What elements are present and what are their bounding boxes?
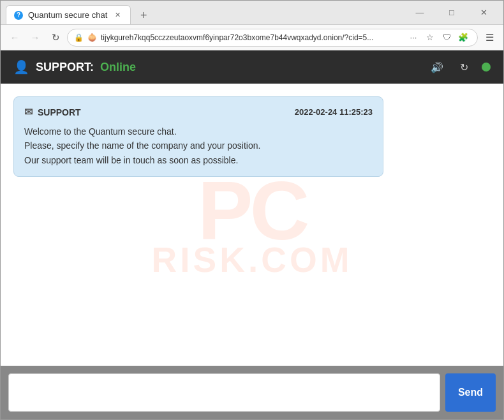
- title-bar: ? Quantum secure chat ✕ + — □ ✕: [1, 1, 503, 25]
- onion-icon: 🧅: [87, 33, 97, 42]
- url-text: tijykgureh7kqq5cczzeutaoxvmf6yinpar72o3b…: [101, 33, 402, 42]
- page-content: 👤 SUPPORT: Online 🔊 ↻ PC RISK.COM: [1, 50, 503, 419]
- window-controls: — □ ✕: [405, 3, 498, 22]
- chat-header-left: 👤 SUPPORT: Online: [13, 59, 136, 75]
- input-row: Send: [8, 373, 496, 412]
- bookmark-button[interactable]: ☆: [422, 30, 438, 45]
- tab-favicon: ?: [14, 11, 23, 20]
- maximize-button[interactable]: □: [437, 3, 466, 22]
- watermark-top: PC: [198, 169, 307, 252]
- message-bubble: ✉ SUPPORT 2022-02-24 11:25:23 Welcome to…: [13, 96, 383, 177]
- sender-name: SUPPORT: [38, 107, 81, 117]
- extensions-button[interactable]: 🧩: [456, 30, 471, 45]
- active-tab[interactable]: ? Quantum secure chat ✕: [6, 5, 131, 24]
- tab-close-button[interactable]: ✕: [112, 10, 122, 20]
- refresh-button[interactable]: ↻: [47, 29, 64, 47]
- url-bar[interactable]: 🔒 🧅 tijykgureh7kqq5cczzeutaoxvmf6yinpar7…: [67, 29, 478, 47]
- message-timestamp: 2022-02-24 11:25:23: [295, 107, 373, 117]
- input-area: Send: [1, 366, 503, 419]
- support-icon: 👤: [13, 59, 29, 75]
- message-line-2: Please, specify the name of the company …: [24, 139, 373, 153]
- chat-header: 👤 SUPPORT: Online 🔊 ↻: [1, 50, 503, 84]
- toolbar-right: ☰: [480, 29, 498, 47]
- tab-title: Quantum secure chat: [28, 10, 107, 20]
- more-button[interactable]: ···: [406, 30, 421, 45]
- tab-area: ? Quantum secure chat ✕ +: [6, 1, 400, 24]
- forward-button[interactable]: →: [26, 29, 44, 47]
- message-line-3: Our support team will be in touch as soo…: [24, 153, 373, 167]
- message-input[interactable]: [8, 373, 440, 412]
- shield-button[interactable]: 🛡: [439, 30, 454, 45]
- chat-area: PC RISK.COM ✉ SUPPORT 2022-02-24 11:25:2…: [1, 84, 503, 366]
- message-header: ✉ SUPPORT 2022-02-24 11:25:23: [24, 106, 373, 118]
- url-actions: ··· ☆ 🛡 🧩: [406, 30, 471, 45]
- sender-icon: ✉: [24, 106, 33, 118]
- refresh-icon: ↻: [460, 61, 468, 73]
- new-tab-button[interactable]: +: [135, 6, 152, 24]
- close-button[interactable]: ✕: [469, 3, 498, 22]
- sound-button[interactable]: 🔊: [428, 58, 446, 76]
- message-line-1: Welcome to the Quantum secure chat.: [24, 124, 373, 139]
- send-button[interactable]: Send: [445, 373, 496, 412]
- address-bar: ← → ↻ 🔒 🧅 tijykgureh7kqq5cczzeutaoxvmf6y…: [1, 25, 503, 50]
- minimize-button[interactable]: —: [405, 3, 434, 22]
- menu-button[interactable]: ☰: [480, 29, 498, 47]
- back-button[interactable]: ←: [6, 29, 24, 47]
- sound-icon: 🔊: [431, 61, 443, 73]
- watermark-bottom: RISK.COM: [152, 239, 353, 280]
- message-sender: ✉ SUPPORT: [24, 106, 81, 118]
- chat-refresh-button[interactable]: ↻: [455, 58, 473, 76]
- chat-header-right: 🔊 ↻: [428, 58, 491, 76]
- lock-icon: 🔒: [74, 33, 84, 42]
- watermark: PC RISK.COM: [152, 169, 353, 280]
- status-dot: [482, 63, 491, 71]
- support-label: SUPPORT:: [36, 61, 94, 74]
- message-body: Welcome to the Quantum secure chat. Plea…: [24, 124, 373, 167]
- online-status: Online: [100, 61, 136, 74]
- browser-window: ? Quantum secure chat ✕ + — □ ✕: [0, 0, 504, 420]
